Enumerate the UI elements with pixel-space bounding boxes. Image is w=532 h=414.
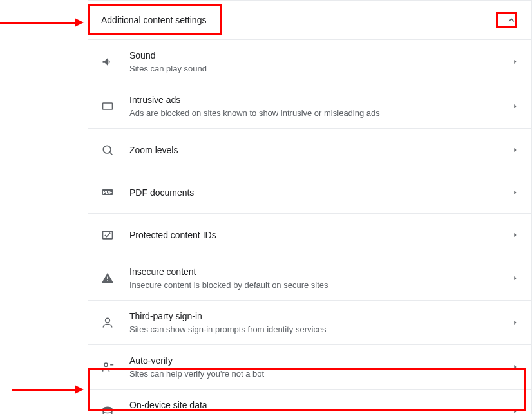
setting-title: Auto-verify xyxy=(129,354,507,367)
setting-row-third-party-signin[interactable]: Third-party sign-in Sites can show sign-… xyxy=(88,300,531,344)
svg-point-8 xyxy=(103,407,111,410)
section-title: Additional content settings xyxy=(101,15,206,25)
svg-point-4 xyxy=(106,318,110,323)
insecure-content-icon xyxy=(101,272,114,285)
auto-verify-icon xyxy=(101,361,114,373)
setting-row-body: Sound Sites can play sound xyxy=(129,40,507,84)
section-header[interactable]: Additional content settings xyxy=(88,1,531,39)
setting-row-body: Auto-verify Sites can help verify you're… xyxy=(129,345,507,389)
setting-title: Third-party sign-in xyxy=(129,310,507,323)
setting-row-body: Insecure content Insecure content is blo… xyxy=(129,256,507,300)
chevron-right-icon xyxy=(512,59,518,65)
chevron-right-icon xyxy=(512,232,518,238)
setting-row-pdf-documents[interactable]: PDF PDF documents xyxy=(88,171,531,213)
chevron-up-icon xyxy=(507,15,516,24)
setting-row-body: PDF documents xyxy=(129,177,507,208)
chevron-right-icon xyxy=(512,103,518,109)
setting-row-sound[interactable]: Sound Sites can play sound xyxy=(88,39,531,84)
annotation-arrow-top xyxy=(0,18,88,28)
setting-row-insecure-content[interactable]: Insecure content Insecure content is blo… xyxy=(88,256,531,300)
setting-subtitle: Sites can play sound xyxy=(129,63,507,75)
chevron-right-icon xyxy=(512,147,518,153)
svg-line-2 xyxy=(109,152,112,155)
svg-point-1 xyxy=(103,146,111,153)
setting-subtitle: Sites can show sign-in prompts from iden… xyxy=(129,324,507,335)
on-device-data-icon xyxy=(101,405,114,414)
setting-row-body: Intrusive ads Ads are blocked on sites k… xyxy=(129,84,507,128)
third-party-signin-icon xyxy=(101,316,114,329)
setting-row-body: On-device site data Sites can save data … xyxy=(129,390,507,414)
chevron-right-icon xyxy=(512,364,518,370)
setting-subtitle: Insecure content is blocked by default o… xyxy=(129,279,507,291)
setting-row-body: Third-party sign-in Sites can show sign-… xyxy=(129,301,507,344)
svg-rect-0 xyxy=(103,103,113,109)
setting-subtitle: Sites can help verify you're not a bot xyxy=(129,368,507,380)
protected-content-icon xyxy=(101,229,114,241)
svg-point-5 xyxy=(104,363,108,366)
intrusive-ads-icon xyxy=(101,100,114,113)
setting-row-body: Protected content IDs xyxy=(129,220,507,250)
setting-title: Zoom levels xyxy=(129,144,507,156)
additional-content-settings-panel: Additional content settings Sound Sites … xyxy=(88,0,532,414)
annotation-arrow-bottom xyxy=(0,385,88,395)
setting-title: PDF documents xyxy=(129,186,507,199)
setting-row-auto-verify[interactable]: Auto-verify Sites can help verify you're… xyxy=(88,344,531,389)
chevron-right-icon xyxy=(512,275,518,281)
setting-row-protected-content[interactable]: Protected content IDs xyxy=(88,213,531,256)
chevron-right-icon xyxy=(512,319,518,326)
setting-title: Intrusive ads xyxy=(129,93,507,106)
pdf-icon: PDF xyxy=(101,186,114,199)
chevron-right-icon xyxy=(512,408,518,414)
setting-title: On-device site data xyxy=(129,399,507,411)
setting-row-on-device-site-data[interactable]: On-device site data Sites can save data … xyxy=(88,389,531,414)
setting-title: Insecure content xyxy=(129,265,507,278)
collapse-button[interactable] xyxy=(504,13,518,27)
setting-row-body: Zoom levels xyxy=(129,135,507,165)
setting-title: Protected content IDs xyxy=(129,229,507,241)
setting-row-zoom-levels[interactable]: Zoom levels xyxy=(88,128,531,171)
setting-row-intrusive-ads[interactable]: Intrusive ads Ads are blocked on sites k… xyxy=(88,84,531,128)
chevron-right-icon xyxy=(512,189,518,196)
sound-icon xyxy=(101,55,114,68)
zoom-icon xyxy=(101,144,114,156)
setting-subtitle: Ads are blocked on sites known to show i… xyxy=(129,108,507,119)
setting-title: Sound xyxy=(129,49,507,62)
